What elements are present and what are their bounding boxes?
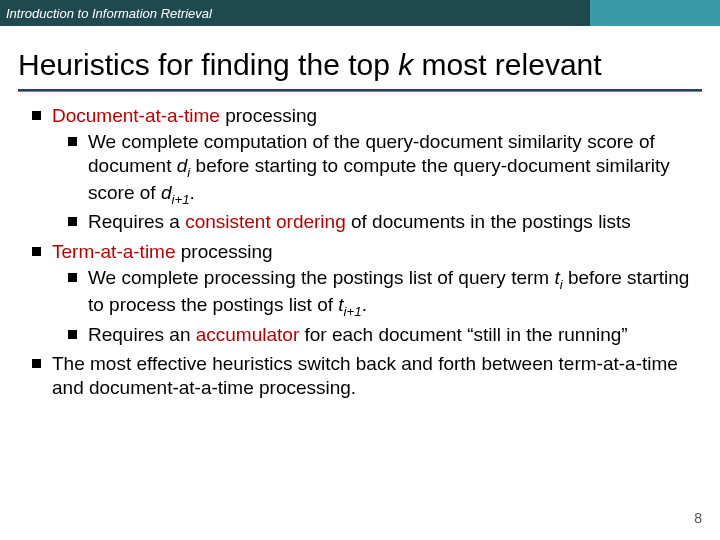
- bullet-conclusion: The most effective heuristics switch bac…: [52, 352, 690, 400]
- accumulator-em: accumulator: [196, 324, 300, 345]
- doc-at-time-rest: processing: [220, 105, 317, 126]
- bullet-doc-sub2: Requires a consistent ordering of docume…: [88, 210, 690, 234]
- consistent-ordering-em: consistent ordering: [185, 211, 346, 232]
- bullet-term-at-time: Term-at-a-time processing: [52, 240, 690, 264]
- doc-at-time-em: Document-at-a-time: [52, 105, 220, 126]
- title-k: k: [398, 48, 413, 81]
- sub-i1: i+1: [171, 192, 189, 207]
- bullet-term-sub1: We complete processing the postings list…: [88, 266, 690, 321]
- page-number: 8: [694, 510, 702, 526]
- title-area: Heuristics for finding the top k most re…: [0, 26, 720, 85]
- bullet-doc-at-time: Document-at-a-time processing: [52, 104, 690, 128]
- slide-body: Document-at-a-time processing We complet…: [0, 92, 720, 400]
- header-bar: Introduction to Information Retrieval: [0, 0, 720, 26]
- bullet-term-sub2: Requires an accumulator for each documen…: [88, 323, 690, 347]
- var-d: d: [161, 182, 172, 203]
- txt: .: [362, 294, 367, 315]
- txt: We complete processing the postings list…: [88, 267, 554, 288]
- course-label: Introduction to Information Retrieval: [6, 6, 212, 21]
- txt: for each document “still in the running”: [299, 324, 627, 345]
- slide-title: Heuristics for finding the top k most re…: [18, 48, 702, 81]
- txt: Requires a: [88, 211, 185, 232]
- bullet-doc-sub1: We complete computation of the query-doc…: [88, 130, 690, 209]
- var-d: d: [177, 155, 188, 176]
- sub-i1: i+1: [344, 304, 362, 319]
- title-post: most relevant: [413, 48, 601, 81]
- term-at-time-rest: processing: [176, 241, 273, 262]
- title-pre: Heuristics for finding the top: [18, 48, 398, 81]
- txt: of documents in the postings lists: [346, 211, 631, 232]
- txt: .: [190, 182, 195, 203]
- term-at-time-em: Term-at-a-time: [52, 241, 176, 262]
- txt: Requires an: [88, 324, 196, 345]
